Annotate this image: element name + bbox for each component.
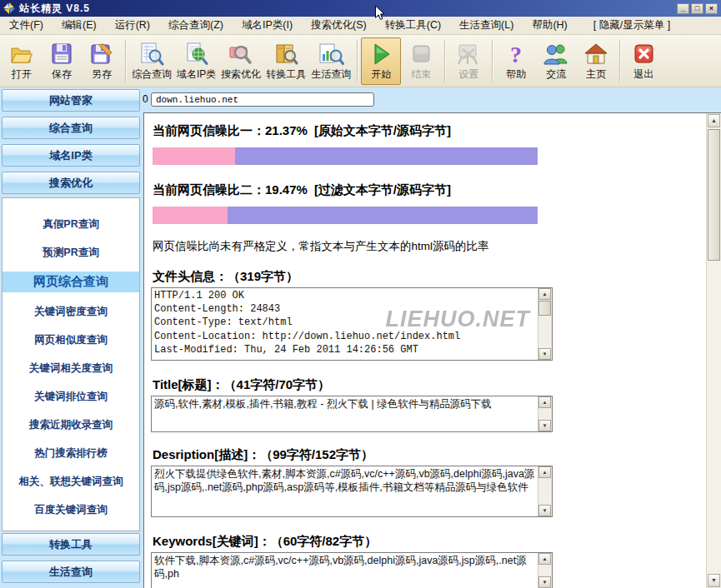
scroll-down-icon[interactable]: ▼ [538,576,551,588]
sidebar-button-life-query[interactable]: 生活查询 [2,561,140,583]
sidebar-item-active[interactable]: 网页综合查询 [3,272,139,292]
textbox-scrollbar[interactable]: ▲ ▼ [538,466,552,516]
life-query-icon [318,40,344,67]
combined-query-button[interactable]: 综合查询 [129,37,174,85]
main-area: 0 当前网页信噪比一：21.37%[原始文本字节/源码字节] 当前网页信噪比二：… [142,87,721,588]
menu-convert-tools[interactable]: 转换工具(C) [376,17,450,34]
title-heading: Title[标题]：（41字符/70字节） [153,377,330,393]
scroll-up-icon[interactable]: ▲ [708,114,720,127]
header-info-heading: 文件头信息：（319字节） [153,269,298,285]
seo-button[interactable]: 搜索优化 [218,37,263,85]
scroll-down-icon[interactable]: ▼ [538,505,551,516]
menu-seo[interactable]: 搜索优化(S) [302,17,376,34]
stop-button: 结束 [401,37,441,85]
sidebar-button-combined-query[interactable]: 综合查询 [2,117,140,139]
stop-icon [409,40,433,67]
maximize-button[interactable]: □ [691,3,703,14]
menubar: 文件(F) 编辑(E) 运行(R) 综合查询(Z) 域名IP类(I) 搜索优化(… [0,17,721,35]
title-text[interactable]: 源码,软件,素材,模板,插件,书籍,教程 - 烈火下载 | 绿色软件与精品源码下… [154,397,537,431]
domain-ip-button[interactable]: 域名IP类 [174,37,218,85]
sidebar-item[interactable]: 网页相似度查询 [3,326,139,354]
scroll-down-icon[interactable]: ▼ [538,348,551,360]
url-input[interactable] [151,92,374,107]
sidebar-item[interactable]: 关键词排位查询 [3,382,139,411]
life-query-button[interactable]: 生活查询 [308,37,353,85]
menu-edit[interactable]: 编辑(E) [53,17,106,34]
help-button[interactable]: ? 帮助 [496,37,536,85]
scroll-up-icon[interactable]: ▲ [538,396,551,408]
menu-run[interactable]: 运行(R) [106,17,159,34]
scroll-thumb[interactable] [708,129,720,261]
main-scrollbar[interactable]: ▲ ▼ [706,113,721,588]
description-box[interactable]: 烈火下载提供绿色软件,素材,脚本资源,c#源码,vc/c++源码,vb源码,de… [151,466,553,517]
sidebar-item[interactable]: 真假PR查询 [3,210,139,238]
menu-toggle-hide-show[interactable]: [ 隐藏/显示菜单 ] [593,18,670,32]
home-button[interactable]: 主页 [576,37,616,85]
chat-people-icon [543,40,569,67]
sidebar-item[interactable]: 预测PR查询 [3,238,139,267]
exit-button[interactable]: 退出 [623,37,663,85]
scroll-up-icon[interactable]: ▲ [538,553,551,565]
save-button[interactable]: 保存 [42,37,82,85]
toolbar-separator [357,40,358,82]
home-icon [583,40,609,67]
sidebar-menu-panel: 真假PR查询 预测PR查询 网页综合查询 关键词密度查询 网页相似度查询 关键词… [2,197,140,531]
scroll-down-icon[interactable]: ▼ [538,420,551,431]
sidebar-button-seo[interactable]: 搜索优化 [2,172,140,194]
header-info-box[interactable]: HTTP/1.1 200 OK Content-Length: 24843 Co… [151,287,553,361]
sidebar-item[interactable]: 搜索近期收录查询 [3,411,139,439]
sidebar: 网站管家 综合查询 域名IP类 搜索优化 真假PR查询 预测PR查询 网页综合查… [0,87,142,588]
menu-combined-query[interactable]: 综合查询(Z) [159,17,233,34]
app-logo-icon [3,2,15,14]
textbox-scrollbar[interactable]: ▲ ▼ [538,396,552,431]
convert-tools-button[interactable]: 转换工具 [263,37,308,85]
menu-help[interactable]: 帮助(H) [523,17,576,34]
snr-definition-text: 网页信噪比尚未有严格定义，常指文本与产生文本的html源码的比率 [153,239,489,254]
title-box[interactable]: 源码,软件,素材,模板,插件,书籍,教程 - 烈火下载 | 绿色软件与精品源码下… [151,396,553,432]
query-counter: 0 [143,93,148,105]
svg-text:?: ? [510,42,522,67]
start-button[interactable]: 开始 [361,37,401,85]
menu-file[interactable]: 文件(F) [0,17,53,34]
keywords-text[interactable]: 软件下载,脚本资源,c#源码,vc/c++源码,vb源码,delphi源码,ja… [154,554,537,587]
scroll-up-icon[interactable]: ▲ [538,288,551,300]
menu-life-query[interactable]: 生活查询(L) [450,17,523,34]
snr2-heading: 当前网页信噪比二：19.47%[过滤文本字节/源码字节] [153,182,451,198]
save-as-button[interactable]: 另存 [82,37,122,85]
textbox-scrollbar[interactable]: ▲ ▼ [538,553,552,588]
scroll-up-icon[interactable]: ▲ [538,466,551,478]
start-play-icon [369,40,393,67]
minimize-button[interactable]: _ [677,3,689,14]
description-text[interactable]: 烈火下载提供绿色软件,素材,脚本资源,c#源码,vc/c++源码,vb源码,de… [154,467,537,516]
open-folder-icon [9,40,34,67]
liehuo-watermark: LIEHUO.NET [385,306,530,332]
snr1-bar [153,147,538,165]
sidebar-item[interactable]: 关键词密度查询 [3,297,139,326]
window-title: 站长精灵 V8.5 [19,2,90,16]
sidebar-item[interactable]: 热门搜索排行榜 [3,439,139,467]
result-panel: 当前网页信噪比一：21.37%[原始文本字节/源码字节] 当前网页信噪比二：19… [143,112,721,588]
sidebar-item[interactable]: 关键词相关度查询 [3,354,139,382]
scroll-down-icon[interactable]: ▼ [708,574,720,587]
settings-button: 设置 [448,37,488,85]
snr1-bar-rest [235,147,538,165]
textbox-scrollbar[interactable]: ▲ ▼ [538,288,552,360]
menu-domain-ip[interactable]: 域名IP类(I) [233,17,302,34]
chat-button[interactable]: 交流 [536,37,576,85]
toolbar-separator [125,40,126,82]
save-floppy-icon [49,40,74,67]
snr1-heading: 当前网页信噪比一：21.37%[原始文本字节/源码字节] [153,123,451,139]
help-icon: ? [505,40,527,67]
sidebar-item[interactable]: 相关、联想关键词查询 [3,467,139,496]
open-button[interactable]: 打开 [2,37,42,85]
sidebar-button-domain-ip[interactable]: 域名IP类 [2,144,140,167]
sidebar-button-convert-tools[interactable]: 转换工具 [2,533,140,556]
close-button[interactable]: × [705,3,718,14]
toolbar-separator [492,40,493,82]
scroll-thumb[interactable] [538,301,551,316]
toolbar-separator [619,40,620,82]
save-as-icon [89,40,114,67]
sidebar-item[interactable]: 百度关键词查询 [3,496,139,524]
sidebar-button-site-manager[interactable]: 网站管家 [2,89,140,112]
keywords-box[interactable]: 软件下载,脚本资源,c#源码,vc/c++源码,vb源码,delphi源码,ja… [151,552,553,588]
